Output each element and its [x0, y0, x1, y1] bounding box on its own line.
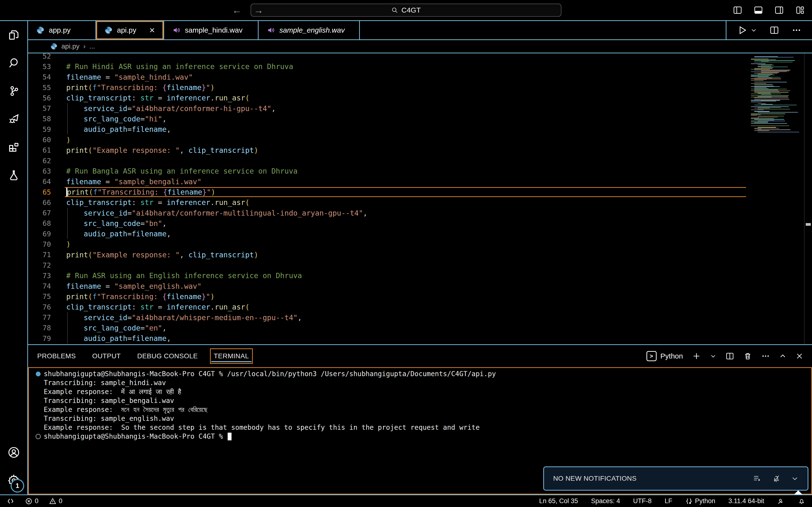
status-item-spaces-4[interactable]: Spaces: 4	[591, 497, 620, 505]
code-line-70[interactable]: 70)	[28, 239, 749, 249]
notification-label: NO NEW NOTIFICATIONS	[553, 475, 637, 483]
activity-bar: 1	[0, 21, 28, 495]
new-terminal-icon[interactable]	[692, 352, 701, 360]
code-line-77[interactable]: 77 service_id="ai4bharat/whisper-medium-…	[28, 312, 749, 323]
active-terminal-item[interactable]: > Python	[647, 351, 683, 361]
status-item-utf-8[interactable]: UTF-8	[633, 497, 652, 505]
line-number: 59	[28, 125, 51, 133]
code-line-54[interactable]: 54filename = "sample_hindi.wav"	[28, 72, 749, 82]
editor-scrollbar[interactable]	[804, 53, 812, 344]
code-lines[interactable]: 5253# Run Hindi ASR using an inference s…	[28, 53, 749, 344]
code-line-53[interactable]: 53# Run Hindi ASR using an inference ser…	[28, 61, 749, 72]
code-line-63[interactable]: 63# Run Bangla ASR using an inference se…	[28, 166, 749, 176]
tab-sample_english.wav[interactable]: sample_english.wav	[259, 21, 360, 39]
remote-icon	[7, 497, 14, 505]
code-line-66[interactable]: 66clip_transcript: str = inferencer.run_…	[28, 197, 749, 208]
run-python-file-button[interactable]	[737, 25, 757, 35]
line-number: 62	[28, 157, 51, 165]
line-content: print("Example response: ", clip_transcr…	[66, 249, 749, 260]
warning-icon	[49, 498, 56, 505]
status-item-remote[interactable]	[7, 497, 14, 505]
code-line-52[interactable]: 52	[28, 53, 749, 61]
forward-button[interactable]: →	[254, 5, 263, 16]
toggle-panel-icon[interactable]	[754, 5, 763, 15]
status-item-braces[interactable]: Python	[686, 497, 715, 505]
code-line-56[interactable]: 56clip_transcript: str = inferencer.run_…	[28, 93, 749, 103]
hide-notifications-icon[interactable]	[791, 475, 799, 482]
toggle-sidebar-icon[interactable]	[733, 5, 743, 15]
code-line-73[interactable]: 73# Run ASR using an English inference s…	[28, 270, 749, 281]
status-item-feedback[interactable]	[777, 497, 785, 505]
split-editor-icon[interactable]	[769, 25, 779, 35]
code-line-60[interactable]: 60)	[28, 134, 749, 145]
close-tab-icon[interactable]: ✕	[144, 26, 155, 35]
panel-more-icon[interactable]	[761, 352, 770, 360]
tab-api.py[interactable]: api.py✕	[96, 21, 164, 39]
clear-all-notifications-icon[interactable]	[753, 474, 761, 483]
code-line-61[interactable]: 61print("Example response: ", clip_trans…	[28, 145, 749, 156]
indent-guide	[67, 124, 68, 134]
status-label: 0	[35, 497, 39, 505]
status-item-bell[interactable]	[798, 498, 805, 505]
panel-tab-problems[interactable]: PROBLEMS	[37, 348, 77, 364]
account-icon[interactable]	[0, 439, 27, 466]
code-line-76[interactable]: 76clip_transcript: str = inferencer.run_…	[28, 302, 749, 312]
kill-terminal-icon[interactable]	[743, 352, 752, 360]
extensions-icon[interactable]	[0, 133, 27, 161]
settings-gear-icon[interactable]: 1	[0, 466, 27, 495]
code-line-79[interactable]: 79 audio_path=filename,	[28, 333, 749, 344]
source-control-icon[interactable]	[0, 77, 27, 105]
tab-sample_hindi.wav[interactable]: sample_hindi.wav	[164, 21, 259, 39]
code-line-68[interactable]: 68 src_lang_code="bn",	[28, 218, 749, 229]
close-panel-icon[interactable]	[796, 352, 803, 360]
search-icon	[391, 7, 398, 13]
search-view-icon[interactable]	[0, 49, 27, 77]
maximize-panel-icon[interactable]	[779, 352, 786, 360]
breadcrumb[interactable]: api.py › ...	[28, 40, 812, 53]
breadcrumb-file[interactable]: api.py	[61, 43, 80, 50]
panel-tab-output[interactable]: OUTPUT	[92, 348, 121, 364]
toggle-secondary-sidebar-icon[interactable]	[774, 5, 784, 15]
explorer-icon[interactable]	[0, 21, 27, 49]
tab-app.py[interactable]: app.py	[28, 21, 96, 39]
command-center-search[interactable]: C4GT	[251, 4, 561, 17]
indent-guide	[67, 312, 68, 323]
customize-layout-icon[interactable]	[795, 5, 805, 15]
line-number: 65	[28, 188, 51, 196]
code-editor[interactable]: 5253# Run Hindi ASR using an inference s…	[28, 53, 812, 344]
code-line-57[interactable]: 57 service_id="ai4bharat/conformer-hi-gp…	[28, 103, 749, 113]
code-line-71[interactable]: 71print("Example response: ", clip_trans…	[28, 249, 749, 260]
code-line-64[interactable]: 64filename = "sample_bengali.wav"	[28, 176, 749, 187]
code-line-72[interactable]: 72	[28, 260, 749, 270]
code-line-67[interactable]: 67 service_id="ai4bharat/conformer-multi…	[28, 208, 749, 218]
more-actions-icon[interactable]	[792, 25, 801, 35]
editor-scrollbar-thumb[interactable]	[806, 223, 811, 226]
panel-tab-terminal[interactable]: TERMINAL	[210, 348, 253, 364]
line-content: print(f"Transcribing: {filename}")	[66, 187, 749, 197]
split-terminal-icon[interactable]	[725, 352, 734, 360]
code-line-58[interactable]: 58 src_lang_code="hi",	[28, 114, 749, 124]
panel-tab-debug-console[interactable]: DEBUG CONSOLE	[137, 348, 198, 364]
code-line-69[interactable]: 69 audio_path=filename,	[28, 229, 749, 239]
code-line-75[interactable]: 75print(f"Transcribing: {filename}")	[28, 291, 749, 302]
status-item-ln-65-col-35[interactable]: Ln 65, Col 35	[539, 497, 578, 505]
status-label: LF	[665, 497, 672, 505]
status-item-lf[interactable]: LF	[665, 497, 672, 505]
terminal-dropdown-icon[interactable]	[710, 353, 716, 359]
status-item-warning[interactable]: 0	[49, 497, 62, 505]
code-line-62[interactable]: 62	[28, 156, 749, 166]
code-line-78[interactable]: 78 src_lang_code="en",	[28, 323, 749, 333]
terminal-text: shubhangigupta@Shubhangis-MacBook-Pro C4…	[44, 433, 227, 440]
code-line-59[interactable]: 59 audio_path=filename,	[28, 124, 749, 134]
code-line-55[interactable]: 55print(f"Transcribing: {filename}")	[28, 82, 749, 93]
breadcrumb-symbol[interactable]: ...	[89, 43, 95, 50]
code-line-74[interactable]: 74filename = "sample_english.wav"	[28, 281, 749, 291]
status-item-3-11-4-64-bit[interactable]: 3.11.4 64-bit	[728, 497, 764, 505]
code-line-65[interactable]: 65print(f"Transcribing: {filename}")	[28, 187, 749, 197]
run-debug-icon[interactable]	[0, 105, 27, 133]
do-not-disturb-icon[interactable]	[772, 474, 780, 483]
testing-icon[interactable]	[0, 161, 27, 189]
status-item-error[interactable]: 0	[25, 497, 39, 505]
minimap[interactable]	[749, 53, 804, 344]
back-button[interactable]: ←	[232, 5, 242, 16]
